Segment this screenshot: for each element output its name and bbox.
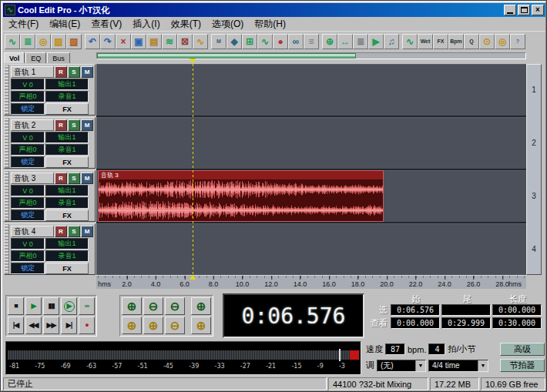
menu-options[interactable]: 选项(O)	[206, 17, 249, 32]
lock-button[interactable]: 锁定	[11, 103, 45, 115]
zoom-tool-icon[interactable]: ⊕	[322, 34, 337, 49]
track-lane-2[interactable]	[96, 117, 526, 169]
track-number-3[interactable]: 3	[527, 192, 541, 200]
tab-vol[interactable]: Vol	[4, 52, 25, 63]
solo-button[interactable]: S	[68, 66, 80, 78]
multitrack-display[interactable]: 音轨 3	[96, 64, 526, 275]
record-arm-button[interactable]: R	[55, 119, 67, 131]
mixer-icon[interactable]: ♫	[384, 34, 399, 49]
play-button[interactable]: ▶	[25, 297, 42, 315]
track-number-4[interactable]: 4	[527, 245, 541, 253]
quantize-icon[interactable]: Q	[464, 34, 479, 49]
zoom-out-button[interactable]: ⊖	[143, 297, 163, 315]
mix-paste-icon[interactable]: ≋	[162, 34, 177, 49]
track-number-1[interactable]: 1	[527, 85, 541, 94]
mute-button[interactable]: M	[81, 226, 93, 237]
record-button[interactable]: ●	[79, 317, 95, 334]
chevron-down-icon[interactable]: ▼	[415, 360, 425, 371]
cd-burn-icon[interactable]: ◎	[495, 34, 510, 49]
edit-waveform-view-icon[interactable]: ∿	[5, 34, 20, 49]
track-name-button[interactable]: 音轨 4	[11, 226, 54, 237]
menu-view[interactable]: 查看(V)	[86, 17, 127, 32]
rec-device-button[interactable]: 录音1	[45, 144, 89, 156]
scrollbar-thumb[interactable]	[97, 53, 356, 59]
zoom-full-button[interactable]: ⊖	[165, 297, 185, 315]
open-file-icon[interactable]: ▨	[51, 34, 66, 49]
time-signature-select[interactable]: 4/4 time ▼	[428, 360, 488, 372]
stop-button[interactable]: ■	[8, 297, 24, 315]
track-number-2[interactable]: 2	[527, 139, 541, 147]
volume-button[interactable]: V 0	[11, 79, 45, 90]
mute-button[interactable]: M	[81, 66, 93, 78]
volume-button[interactable]: V 0	[11, 132, 45, 143]
mute-button[interactable]: M	[81, 119, 93, 131]
fx-button[interactable]: FX	[45, 103, 89, 115]
volume-button[interactable]: V 0	[11, 238, 45, 250]
tab-bus[interactable]: Bus	[47, 52, 70, 63]
solo-button[interactable]: S	[68, 226, 80, 237]
menu-edit[interactable]: 编辑(E)	[44, 17, 86, 32]
pan-button[interactable]: 声相0	[11, 250, 45, 262]
mute-button[interactable]: M	[81, 173, 93, 184]
playhead-bottom-marker[interactable]	[190, 275, 196, 280]
go-to-start-button[interactable]: |◀	[8, 317, 24, 334]
rec-device-button[interactable]: 录音1	[45, 91, 89, 102]
tab-eq[interactable]: EQ	[25, 52, 46, 63]
help-icon[interactable]: ?	[510, 34, 525, 49]
pan-button[interactable]: 声相0	[11, 91, 45, 102]
pan-button[interactable]: 声相0	[11, 144, 45, 156]
track-name-button[interactable]: 音轨 3	[11, 173, 54, 184]
paste-icon[interactable]: ▤	[146, 34, 162, 49]
track-name-button[interactable]: 音轨 2	[11, 119, 54, 131]
multitrack-view-icon[interactable]: ≣	[20, 34, 35, 49]
advanced-button[interactable]: 高级	[500, 343, 545, 356]
level-meter[interactable]: -81-75-69-63-57-51-45-39-33-27-21-15-9-3	[5, 341, 361, 375]
rec-device-button[interactable]: 录音1	[45, 250, 89, 262]
zoom-vertical-button[interactable]: ⊕	[191, 317, 211, 334]
beats-field[interactable]: 4	[428, 343, 445, 355]
horizontal-scrollbar[interactable]	[96, 52, 526, 59]
title-bar[interactable]: ∿ Cool Edit Pro - 小T汉化 ×	[3, 3, 545, 17]
crossfade-icon[interactable]: ∿	[193, 34, 208, 49]
pause-button[interactable]: ▮▮	[43, 297, 59, 315]
track-lane-4[interactable]	[96, 223, 526, 275]
meter-clip-indicator[interactable]	[350, 350, 359, 360]
undo-icon[interactable]: ↶	[85, 34, 100, 49]
menu-effects[interactable]: 效果(T)	[166, 17, 206, 32]
copy-icon[interactable]: ▣	[131, 34, 146, 49]
tempo-field[interactable]: 87	[385, 343, 405, 355]
save-file-icon[interactable]: ▧	[66, 34, 82, 49]
clip-envelope-icon[interactable]: ∿	[257, 34, 273, 49]
redo-icon[interactable]: ↷	[100, 34, 116, 49]
fx-button[interactable]: FX	[45, 156, 89, 168]
zoom-in-button[interactable]: ⊕	[122, 297, 142, 315]
lock-time-icon[interactable]: ◆	[227, 34, 242, 49]
maximize-button[interactable]	[518, 5, 530, 15]
output-button[interactable]: 输出1	[45, 132, 89, 143]
record-arm-button[interactable]: R	[55, 226, 67, 237]
zoom-sel-left-button[interactable]: ⊕	[122, 317, 142, 334]
clock-icon[interactable]: ⊙	[479, 34, 495, 49]
output-button[interactable]: 输出1	[45, 79, 89, 90]
time-display[interactable]: 0:06.576	[223, 293, 364, 338]
fx-rack-icon[interactable]: FX	[433, 34, 448, 49]
volume-button[interactable]: V 0	[11, 185, 45, 196]
lock-button[interactable]: 锁定	[11, 209, 45, 221]
punch-in-icon[interactable]: ●	[273, 34, 288, 49]
chevron-down-icon[interactable]: ▼	[478, 360, 488, 371]
wet-dry-icon[interactable]: Wet	[418, 34, 433, 49]
zoom-to-selection-button[interactable]: ⊕	[191, 297, 211, 315]
delete-clip-icon[interactable]: ⊠	[177, 34, 193, 49]
playhead-top-marker[interactable]	[190, 59, 196, 63]
timeline-ruler[interactable]: hms hms 2.04.06.08.010.012.014.016.018.0…	[96, 275, 526, 289]
track-name-button[interactable]: 音轨 1	[11, 66, 54, 78]
track-lane-1[interactable]	[96, 64, 526, 116]
record-arm-button[interactable]: R	[55, 173, 67, 184]
output-button[interactable]: 输出1	[45, 185, 89, 196]
lock-button[interactable]: 锁定	[11, 156, 45, 168]
cue-list-icon[interactable]: ≣	[353, 34, 368, 49]
pan-button[interactable]: 声相0	[11, 197, 45, 209]
cut-icon[interactable]: ×	[116, 34, 131, 49]
loop-button[interactable]: ∞	[79, 297, 95, 315]
bpm-icon[interactable]: Bpm	[448, 34, 464, 49]
